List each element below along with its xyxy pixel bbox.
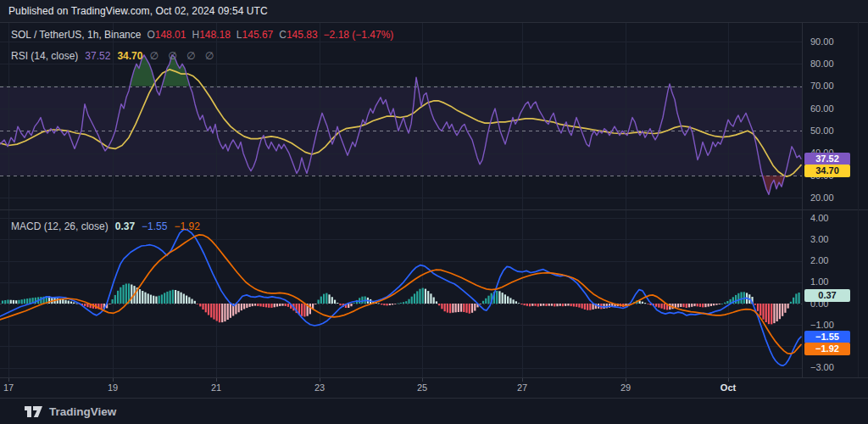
price-scale[interactable]	[802, 22, 868, 377]
macd-legend: MACD (12, 26, close) 0.37 −1.55 −1.92	[11, 220, 200, 232]
macd-hist-value: 0.37	[115, 220, 135, 232]
footer-bar: TradingView	[0, 399, 868, 424]
change-value: −2.18 (−1.47%)	[324, 29, 394, 41]
time-scale[interactable]	[0, 377, 802, 398]
tradingview-logo-icon	[24, 405, 43, 418]
rsi-value: 37.52	[85, 50, 110, 62]
macd-signal-value: −1.92	[174, 220, 199, 232]
rsi-empty-markers: ∅ ∅ ∅ ∅	[149, 50, 217, 62]
tradingview-logo-link[interactable]: TradingView	[24, 405, 116, 418]
grid-lines	[0, 22, 802, 377]
macd-line-value: −1.55	[142, 220, 167, 232]
ohlc-h: H148.18	[192, 29, 230, 41]
rsi-legend-title: RSI (14, close)	[11, 50, 78, 62]
ohlc-c: C145.83	[279, 29, 317, 41]
page: { "header": { "published": "Published on…	[0, 0, 868, 424]
ohlc-values: O148.01H148.18L145.67C145.83	[147, 29, 317, 41]
ohlc-o: O148.01	[147, 29, 186, 41]
ohlc-l: L145.67	[236, 29, 273, 41]
rsi-legend: RSI (14, close) 37.52 34.70 ∅ ∅ ∅ ∅	[11, 50, 217, 62]
symbol-legend: SOL / TetherUS, 1h, Binance O148.01H148.…	[11, 24, 393, 46]
pane-borders	[0, 22, 868, 399]
symbol-title: SOL / TetherUS, 1h, Binance	[11, 29, 141, 41]
rsi-ma-value: 34.70	[117, 50, 142, 62]
chart-canvas[interactable]	[0, 0, 868, 424]
macd-legend-title: MACD (12, 26, close)	[11, 220, 108, 232]
tradingview-brand-text: TradingView	[49, 405, 116, 418]
